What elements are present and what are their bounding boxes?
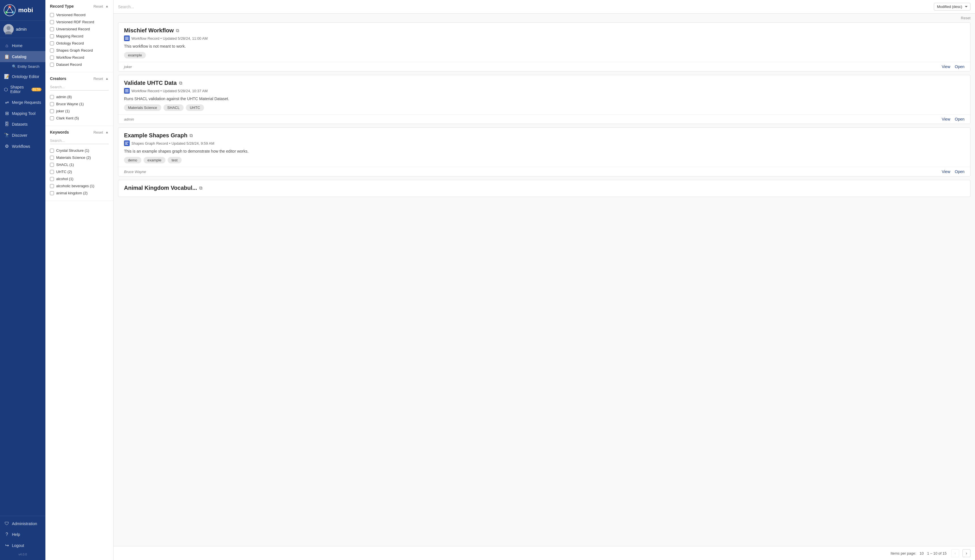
sidebar-item-catalog[interactable]: 📋 Catalog	[0, 51, 45, 62]
record-body: Validate UHTC Data ⧉ Workflow Re	[118, 75, 970, 114]
pagination: Items per page: 10 1 – 10 of 15 ‹ ›	[113, 546, 975, 560]
results-reset[interactable]: Reset	[961, 16, 970, 20]
keywords-header[interactable]: Keywords Reset ▲	[50, 130, 109, 135]
next-page-button[interactable]: ›	[963, 549, 970, 557]
sidebar-item-help[interactable]: ? Help	[0, 529, 45, 540]
filter-item-versioned-rdf-record[interactable]: Versioned RDF Record	[50, 18, 109, 25]
checkbox-animal-kingdom[interactable]	[50, 191, 54, 195]
open-button[interactable]: Open	[955, 64, 965, 69]
tag-uhtc: UHTC	[186, 104, 204, 111]
tag-example: example	[124, 52, 146, 58]
filter-item-shapes-graph-record[interactable]: Shapes Graph Record	[50, 47, 109, 54]
prev-page-button[interactable]: ‹	[951, 549, 959, 557]
filter-item-mapping-record[interactable]: Mapping Record	[50, 33, 109, 40]
creators-reset[interactable]: Reset	[93, 77, 103, 81]
filter-item-bruce-wayne[interactable]: Bruce Wayne (1)	[50, 100, 109, 108]
view-button[interactable]: View	[942, 64, 950, 69]
checkbox-bruce-wayne[interactable]	[50, 102, 54, 106]
record-title: Example Shapes Graph	[124, 132, 187, 139]
filter-item-dataset-record[interactable]: Dataset Record	[50, 61, 109, 68]
copy-icon[interactable]: ⧉	[190, 133, 193, 138]
user-profile[interactable]: admin	[0, 21, 45, 38]
creators-filter-section: Creators Reset ▲ admin (8) Bruce Wayne (…	[45, 72, 113, 126]
keywords-chevron: ▲	[105, 130, 109, 134]
checkbox-versioned-record[interactable]	[50, 13, 54, 17]
checkbox-ontology-record[interactable]	[50, 42, 54, 45]
sidebar-item-administration[interactable]: 🛡 Administration	[0, 518, 45, 529]
filter-item-admin[interactable]: admin (8)	[50, 93, 109, 100]
checkbox-crystal-structure[interactable]	[50, 148, 54, 153]
checkbox-uhtc[interactable]	[50, 170, 54, 174]
sidebar-item-shapes-editor[interactable]: ⬡ Shapes Editor BETA	[0, 82, 45, 97]
checkbox-materials-science[interactable]	[50, 156, 54, 160]
checkbox-admin[interactable]	[50, 95, 54, 99]
filter-item-ontology-record[interactable]: Ontology Record	[50, 40, 109, 47]
filter-item-joker[interactable]: joker (1)	[50, 108, 109, 115]
checkbox-shapes-graph-record[interactable]	[50, 48, 54, 52]
checkbox-dataset-record[interactable]	[50, 63, 54, 67]
open-button[interactable]: Open	[955, 117, 965, 122]
sidebar-item-merge-requests[interactable]: ⇌ Merge Requests	[0, 97, 45, 108]
tag-example: example	[143, 157, 165, 163]
checkbox-mapping-record[interactable]	[50, 34, 54, 38]
record-actions: View Open	[942, 117, 965, 122]
sidebar-item-discover[interactable]: 🔭 Discover	[0, 130, 45, 141]
record-card-validate-uhtc: Validate UHTC Data ⧉ Workflow Re	[118, 75, 970, 124]
filter-item-animal-kingdom[interactable]: animal kingdom (2)	[50, 190, 109, 197]
record-tags: Materials Science SHACL UHTC	[124, 104, 965, 111]
svg-rect-18	[125, 144, 128, 145]
keywords-search-input[interactable]	[50, 137, 109, 144]
sidebar-item-mapping-tool[interactable]: ⊞ Mapping Tool	[0, 108, 45, 119]
view-button[interactable]: View	[942, 117, 950, 122]
record-actions: View Open	[942, 64, 965, 69]
copy-icon[interactable]: ⧉	[176, 28, 179, 33]
record-actions: View Open	[942, 169, 965, 174]
sidebar-item-datasets-label: Datasets	[12, 122, 28, 127]
home-icon: ⌂	[4, 43, 10, 48]
sidebar-item-workflows[interactable]: ⚙ Workflows	[0, 141, 45, 152]
sidebar-item-ontology-editor-label: Ontology Editor	[12, 74, 40, 79]
checkbox-clark-kent[interactable]	[50, 116, 54, 120]
filter-item-crystal-structure[interactable]: Crystal Structure (1)	[50, 147, 109, 154]
sort-select[interactable]: Modified (desc) Modified (asc) Title (as…	[934, 3, 970, 10]
sidebar-item-ontology-editor[interactable]: 📝 Ontology Editor	[0, 71, 45, 82]
sidebar-item-logout-label: Logout	[12, 543, 24, 548]
checkbox-joker[interactable]	[50, 109, 54, 113]
creators-chevron: ▲	[105, 77, 109, 80]
keywords-reset[interactable]: Reset	[93, 130, 103, 135]
results-list: Reset Mischief Workflow ⧉	[113, 13, 975, 546]
filter-item-unversioned-record[interactable]: Unversioned Record	[50, 25, 109, 33]
open-button[interactable]: Open	[955, 169, 965, 174]
checkbox-shacl[interactable]	[50, 163, 54, 167]
svg-rect-11	[125, 38, 128, 38]
checkbox-versioned-rdf-record[interactable]	[50, 20, 54, 24]
workflow-type-icon	[124, 88, 130, 93]
sidebar-item-logout[interactable]: ↪ Logout	[0, 540, 45, 551]
filter-item-alcohol[interactable]: alcohol (1)	[50, 175, 109, 182]
filter-item-shacl[interactable]: SHACL (1)	[50, 161, 109, 168]
copy-icon[interactable]: ⧉	[179, 80, 182, 86]
sidebar-item-home[interactable]: ⌂ Home	[0, 40, 45, 51]
creators-header[interactable]: Creators Reset ▲	[50, 76, 109, 81]
search-input[interactable]	[118, 3, 930, 10]
creators-search-input[interactable]	[50, 84, 109, 90]
filter-item-workflow-record[interactable]: Workflow Record	[50, 54, 109, 61]
view-button[interactable]: View	[942, 169, 950, 174]
merge-requests-icon: ⇌	[4, 100, 10, 105]
filter-item-materials-science[interactable]: Materials Science (2)	[50, 154, 109, 161]
copy-icon[interactable]: ⧉	[199, 185, 202, 191]
checkbox-unversioned-record[interactable]	[50, 27, 54, 31]
record-title-row: Animal Kingdom Vocabul... ⧉	[124, 185, 965, 191]
filter-item-versioned-record[interactable]: Versioned Record	[50, 12, 109, 18]
filter-item-alcoholic-beverages[interactable]: alcoholic beverages (1)	[50, 182, 109, 190]
filter-item-uhtc[interactable]: UHTC (2)	[50, 168, 109, 175]
record-type-header[interactable]: Record Type Reset ▲	[50, 4, 109, 8]
checkbox-alcoholic-beverages[interactable]	[50, 184, 54, 188]
checkbox-workflow-record[interactable]	[50, 56, 54, 60]
record-type-label: Workflow Record • Updated 5/28/24, 11:00…	[132, 36, 208, 40]
filter-item-clark-kent[interactable]: Clark Kent (5)	[50, 115, 109, 122]
sidebar-item-entity-search[interactable]: 🔍 Entity Search	[0, 62, 45, 71]
checkbox-alcohol[interactable]	[50, 177, 54, 181]
record-type-reset[interactable]: Reset	[93, 4, 103, 8]
sidebar-item-datasets[interactable]: 🗄 Datasets	[0, 119, 45, 130]
